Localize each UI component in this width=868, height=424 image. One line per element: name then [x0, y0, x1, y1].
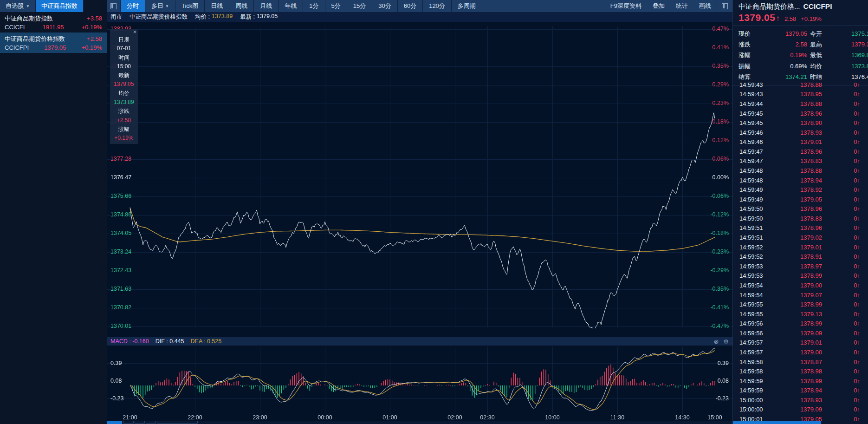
- instrument-name: 中证商品期货价格指数: [130, 13, 188, 21]
- watchlist-tab-1[interactable]: 中证商品指数: [36, 0, 84, 12]
- tick-time: 14:59:56: [739, 320, 776, 327]
- tick-row[interactable]: 14:59:431378.880↑: [733, 80, 868, 90]
- tick-row[interactable]: 14:59:571379.010↑: [733, 338, 868, 348]
- tool-button-3[interactable]: 统计: [670, 0, 693, 12]
- period-button-10[interactable]: 15分: [347, 0, 372, 12]
- chart-horizontal-scrollbar[interactable]: [107, 421, 732, 424]
- scrollbar-cell[interactable]: [123, 421, 134, 424]
- tick-volume: 0↑: [822, 157, 860, 164]
- close-icon[interactable]: ×: [133, 29, 136, 35]
- tick-price: 1378.92: [776, 186, 822, 193]
- tick-time: 14:59:49: [739, 196, 776, 203]
- tool-button-2[interactable]: 叠加: [647, 0, 670, 12]
- tick-time: 14:59:45: [739, 119, 776, 126]
- tick-row[interactable]: 14:59:451378.960↑: [733, 109, 868, 118]
- layout-toggle-icon[interactable]: [717, 0, 732, 12]
- tick-row[interactable]: 14:59:511378.960↑: [733, 223, 868, 233]
- tick-row[interactable]: 14:59:541379.070↑: [733, 290, 868, 300]
- watchlist-item-row1: 中证商品期货指数+3.58: [5, 14, 102, 23]
- tick-price: 1378.93: [776, 397, 822, 404]
- tick-row[interactable]: 15:00:001379.090↑: [733, 405, 868, 415]
- tick-row[interactable]: 14:59:591378.940↑: [733, 386, 868, 396]
- tool-button-4[interactable]: 画线: [693, 0, 717, 12]
- tick-row[interactable]: 14:59:521379.010↑: [733, 242, 868, 252]
- scrollbar-thumb[interactable]: [107, 421, 122, 424]
- tick-row[interactable]: 14:59:551379.130↑: [733, 309, 868, 319]
- tick-row[interactable]: 14:59:471378.830↑: [733, 157, 868, 166]
- tick-row[interactable]: 14:59:561379.090↑: [733, 328, 868, 338]
- tick-row[interactable]: 14:59:521378.910↑: [733, 252, 868, 261]
- period-button-12[interactable]: 60分: [398, 0, 423, 12]
- tick-list-scrollbar[interactable]: [733, 421, 821, 424]
- period-button-13[interactable]: 120分: [423, 0, 452, 12]
- period-button-1[interactable]: 分时: [121, 0, 145, 12]
- tick-row[interactable]: 14:59:561378.990↑: [733, 319, 868, 328]
- period-button-8[interactable]: 1分: [303, 0, 325, 12]
- tick-time: 14:59:59: [739, 387, 776, 394]
- period-button-11[interactable]: 30分: [372, 0, 397, 12]
- scrollbar-cell[interactable]: [146, 421, 156, 424]
- tick-price: 1378.94: [776, 177, 822, 184]
- tick-row[interactable]: 14:59:581378.980↑: [733, 366, 868, 376]
- period-button-6[interactable]: 月线: [254, 0, 279, 12]
- intraday-chart-canvas[interactable]: [107, 22, 732, 424]
- quote-stat-label: 涨跌: [738, 39, 754, 50]
- indicator-settings-icon[interactable]: ⚙: [723, 338, 729, 345]
- tick-row[interactable]: 14:59:451378.900↑: [733, 118, 868, 128]
- tick-row[interactable]: 14:59:491378.920↑: [733, 185, 868, 195]
- period-button-9[interactable]: 5分: [325, 0, 347, 12]
- watchlist-tab-0[interactable]: 自选股▼: [0, 0, 36, 12]
- tick-row[interactable]: 14:59:461378.930↑: [733, 128, 868, 137]
- period-button-14[interactable]: 多周期: [452, 0, 482, 12]
- scrollbar-cell[interactable]: [135, 421, 145, 424]
- tick-row[interactable]: 14:59:481378.940↑: [733, 176, 868, 185]
- market-status: 闭市: [110, 13, 122, 21]
- collapse-panel-icon[interactable]: [107, 0, 121, 12]
- up-arrow-icon: ↑: [857, 416, 861, 421]
- period-button-4[interactable]: 日线: [205, 0, 229, 12]
- tick-row[interactable]: 14:59:501378.830↑: [733, 214, 868, 223]
- tick-row[interactable]: 14:59:571379.000↑: [733, 347, 868, 357]
- period-button-3[interactable]: Tick图: [175, 0, 205, 12]
- tick-row[interactable]: 14:59:581378.870↑: [733, 357, 868, 367]
- watchlist-item-CCICFI[interactable]: 中证商品期货指数+3.58CCICFI1911.95+0.19%: [0, 12, 107, 33]
- tick-price: 1379.01: [776, 138, 822, 145]
- up-arrow-icon: ↑: [857, 263, 861, 270]
- period-toolbar: 分时多日▼Tick图日线周线月线年线1分5分15分30分60分120分多周期 F…: [107, 0, 732, 12]
- tick-row[interactable]: 14:59:441378.880↑: [733, 99, 868, 109]
- close-indicator-icon[interactable]: ⊗: [713, 338, 719, 345]
- scrollbar-cell[interactable]: [157, 421, 198, 424]
- tick-row[interactable]: 14:59:431378.950↑: [733, 90, 868, 99]
- watchlist-item-CCICFPI[interactable]: 中证商品期货价格指数+2.58CCICFPI1379.05+0.19%: [0, 33, 107, 53]
- tick-volume: 0↑: [822, 339, 860, 346]
- tick-row[interactable]: 14:59:531378.990↑: [733, 271, 868, 281]
- up-arrow-icon: ↑: [857, 224, 861, 231]
- tick-row[interactable]: 14:59:491379.050↑: [733, 195, 868, 204]
- tick-volume: 0↑: [822, 177, 860, 184]
- tick-price: 1378.99: [776, 378, 822, 385]
- tick-row[interactable]: 14:59:471378.960↑: [733, 147, 868, 157]
- period-button-2[interactable]: 多日▼: [145, 0, 175, 12]
- tick-row[interactable]: 14:59:541379.000↑: [733, 280, 868, 290]
- period-button-label: 1分: [309, 2, 318, 10]
- tick-row[interactable]: 14:59:511379.020↑: [733, 233, 868, 242]
- tick-row[interactable]: 14:59:481378.880↑: [733, 166, 868, 176]
- tick-row[interactable]: 15:00:011379.050↑: [733, 414, 868, 421]
- tick-row[interactable]: 14:59:551378.990↑: [733, 300, 868, 309]
- tick-row[interactable]: 14:59:591378.990↑: [733, 376, 868, 386]
- last-price: 1379.05: [738, 12, 775, 23]
- tick-row[interactable]: 14:59:531378.970↑: [733, 261, 868, 271]
- period-button-label: 年线: [285, 2, 297, 10]
- watchlist-sidebar: 自选股▼中证商品指数 中证商品期货指数+3.58CCICFI1911.95+0.…: [0, 0, 107, 424]
- period-buttons: 分时多日▼Tick图日线周线月线年线1分5分15分30分60分120分多周期: [121, 0, 482, 12]
- period-button-7[interactable]: 年线: [279, 0, 303, 12]
- tool-button-1[interactable]: F9深度资料: [605, 0, 647, 12]
- tick-time: 14:59:56: [739, 330, 776, 337]
- tick-row[interactable]: 14:59:461379.010↑: [733, 137, 868, 147]
- period-button-5[interactable]: 周线: [229, 0, 254, 12]
- quote-stat-label: 最低: [810, 50, 826, 60]
- tick-row[interactable]: 14:59:501378.960↑: [733, 204, 868, 214]
- tick-row[interactable]: 15:00:001378.930↑: [733, 395, 868, 405]
- tooltip-row: 时间: [110, 53, 138, 62]
- tick-volume: 0↑: [822, 349, 860, 356]
